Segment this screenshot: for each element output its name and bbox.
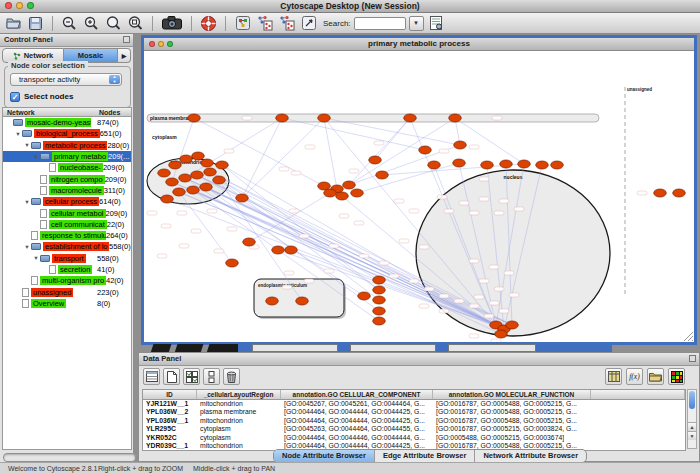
scroll-down-icon[interactable]: ▼ <box>688 431 696 440</box>
table-column-header[interactable] <box>591 390 685 399</box>
zoom-selected-icon[interactable] <box>104 14 123 32</box>
graph-node[interactable] <box>376 171 389 179</box>
graph-node[interactable] <box>166 178 179 186</box>
expand-arrow-icon[interactable]: ▼ <box>32 154 40 160</box>
control-panel-header[interactable]: Control Panel <box>0 34 133 47</box>
tab-network-attribute-browser[interactable]: Network Attribute Browser <box>475 450 586 462</box>
graph-node[interactable] <box>481 161 494 169</box>
table-cell[interactable]: [GO:0016787, GO:0005215, GO:0003824, G..… <box>433 425 591 433</box>
table-row[interactable]: YJR121W__1mitochondrion[GO:0045267, GO:0… <box>143 400 685 408</box>
graph-node[interactable] <box>158 169 171 177</box>
graph-node[interactable] <box>296 297 309 305</box>
graph-node[interactable] <box>500 160 513 168</box>
graph-node[interactable] <box>518 160 531 168</box>
graph-node[interactable] <box>673 189 686 197</box>
graph-node[interactable] <box>404 114 417 122</box>
graph-node[interactable] <box>179 174 192 182</box>
tree-row[interactable]: ▼establishment of lo558(0) <box>3 241 131 252</box>
graph-node[interactable] <box>419 146 432 154</box>
search-input[interactable] <box>354 17 406 30</box>
titlebar[interactable]: Cytoscape Desktop (New Session) <box>0 0 700 13</box>
graph-node[interactable] <box>188 114 201 122</box>
table-cell[interactable]: YLR295C <box>143 425 197 433</box>
graph-node[interactable] <box>654 189 667 197</box>
graph-node[interactable] <box>276 114 289 122</box>
graph-node[interactable] <box>506 321 519 329</box>
table-column-header[interactable]: annotation.GO MOLECULAR_FUNCTION <box>433 390 591 399</box>
column-header-nodes[interactable]: Nodes <box>99 108 120 117</box>
filter-icon[interactable] <box>299 14 318 32</box>
annotation-import-alt-icon[interactable] <box>277 14 296 32</box>
graph-node[interactable] <box>243 238 256 246</box>
zoom-fit-icon[interactable] <box>126 14 145 32</box>
table-cell[interactable]: YPL036W__2 <box>143 408 197 416</box>
table-cell[interactable]: YPL036W__1 <box>143 417 197 425</box>
tree-row[interactable]: ▼metabolic process280(0) <box>3 140 131 151</box>
table-cell[interactable] <box>591 400 685 408</box>
help-lifering-icon[interactable] <box>199 14 218 32</box>
table-cell[interactable]: plasma membrane <box>197 408 281 416</box>
graph-node[interactable] <box>495 330 508 338</box>
table-scrollbar[interactable]: ▲▼ <box>687 389 697 449</box>
graph-node[interactable] <box>358 292 371 300</box>
open-file-icon[interactable] <box>4 14 23 32</box>
table-cell[interactable]: YKR052C <box>143 434 197 442</box>
expand-arrow-icon[interactable]: ▼ <box>23 142 31 148</box>
table-cell[interactable]: [GO:0016787, GO:0005488, GO:0005215, G..… <box>433 408 591 416</box>
float-panel-icon[interactable] <box>689 355 696 362</box>
graph-node[interactable] <box>236 194 249 202</box>
table-cell[interactable]: YDR039C__1 <box>143 442 197 450</box>
table-cell[interactable]: YJR121W__1 <box>143 400 197 408</box>
tree-row[interactable]: secretion41(0) <box>3 264 131 275</box>
table-row[interactable]: YKR052Ccytoplasm[GO:0044464, GO:0044446,… <box>143 434 685 442</box>
table-row[interactable]: YPL036W__1mitochondrion[GO:0044464, GO:0… <box>143 417 685 425</box>
tree-row[interactable]: ▼transport558(0) <box>3 253 131 264</box>
tree-row[interactable]: Overview8(0) <box>3 298 131 309</box>
graph-node[interactable] <box>449 114 462 122</box>
table-cell[interactable]: [GO:0044464, GO:0044444, GO:0044425, G..… <box>281 417 433 425</box>
expand-arrow-icon[interactable]: ▼ <box>23 244 31 250</box>
expand-arrow-icon[interactable]: ▼ <box>14 131 22 137</box>
graph-node[interactable] <box>343 181 356 189</box>
table-column-header[interactable]: annotation.GO CELLULAR_COMPONENT <box>281 390 433 399</box>
expand-arrow-icon[interactable]: ▼ <box>32 255 40 261</box>
graph-node[interactable] <box>204 168 217 176</box>
table-cell[interactable]: [GO:0016787, GO:0005488, GO:0005215, G..… <box>433 400 591 408</box>
tab-node-attribute-browser[interactable]: Node Attribute Browser <box>274 450 375 462</box>
graph-node[interactable] <box>161 195 174 203</box>
network-canvas-svg[interactable]: plasma membranecytoplasmnucleusmitochond… <box>144 51 694 342</box>
graph-node[interactable] <box>216 161 229 169</box>
table-cell[interactable]: [GO:0045263, GO:0044464, GO:0044455, G..… <box>281 425 433 433</box>
table-cell[interactable]: [GO:0044464, GO:0044446, GO:0044444, G..… <box>281 434 433 442</box>
table-cell[interactable]: mitochondrion <box>197 442 281 450</box>
search-dropdown-button[interactable]: ▼ <box>409 16 424 31</box>
graph-node[interactable] <box>191 171 204 179</box>
graph-node[interactable] <box>169 161 182 169</box>
attribute-checklist-icon[interactable] <box>183 368 200 385</box>
table-cell[interactable]: mitochondrion <box>197 417 281 425</box>
tree-row[interactable]: nitrogen compo209(0) <box>3 173 131 184</box>
table-cell[interactable]: [GO:0016787, GO:0005488, GO:0005215, G..… <box>433 417 591 425</box>
attribute-browser-icon[interactable] <box>427 14 446 32</box>
graph-node[interactable] <box>213 176 226 184</box>
table-cell[interactable] <box>591 434 685 442</box>
tab-edge-attribute-browser[interactable]: Edge Attribute Browser <box>375 450 475 462</box>
tree-row[interactable]: ▼biological_process651(0) <box>3 128 131 139</box>
zoom-out-icon[interactable] <box>60 14 79 32</box>
table-cell[interactable]: mitochondrion <box>197 400 281 408</box>
table-cell[interactable]: [GO:0045267, GO:0045261, GO:0044464, G..… <box>281 400 433 408</box>
graph-node[interactable] <box>369 156 382 164</box>
function-builder-icon[interactable]: f(x) <box>626 368 643 385</box>
tree-row[interactable]: mosaic-demo-yeast874(0) <box>3 117 131 128</box>
table-cell[interactable] <box>591 408 685 416</box>
table-column-header[interactable]: _cellularLayoutRegion <box>197 390 281 399</box>
tree-row[interactable]: cell communicat22(0) <box>3 219 131 230</box>
graph-node[interactable] <box>318 114 331 122</box>
expand-arrow-icon[interactable]: ▼ <box>23 199 31 205</box>
zoom-in-icon[interactable] <box>82 14 101 32</box>
graph-node[interactable] <box>373 286 386 294</box>
graph-node[interactable] <box>551 161 564 169</box>
scroll-up-icon[interactable]: ▲ <box>688 422 696 431</box>
table-column-header[interactable]: ID <box>143 390 197 399</box>
vizmapper-icon[interactable] <box>233 14 252 32</box>
